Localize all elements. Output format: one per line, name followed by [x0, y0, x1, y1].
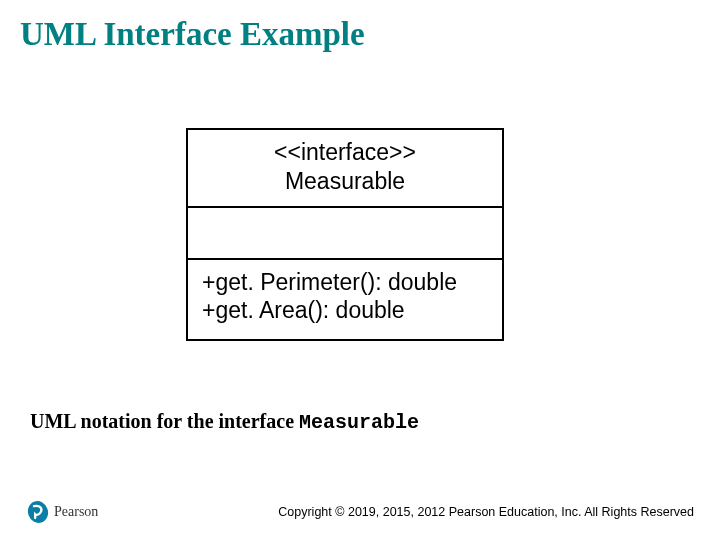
uml-method: +get. Perimeter(): double	[202, 268, 488, 297]
slide-footer: Pearson Copyright © 2019, 2015, 2012 Pea…	[0, 500, 720, 524]
uml-attributes-compartment	[188, 208, 502, 260]
uml-name-compartment: <<interface>> Measurable	[188, 130, 502, 208]
svg-point-0	[26, 500, 50, 524]
uml-interface-box: <<interface>> Measurable +get. Perimeter…	[186, 128, 504, 341]
uml-methods-compartment: +get. Perimeter(): double +get. Area(): …	[188, 260, 502, 340]
slide-title: UML Interface Example	[0, 0, 720, 53]
uml-stereotype: <<interface>>	[202, 138, 488, 167]
figure-caption: UML notation for the interface Measurabl…	[30, 410, 419, 434]
caption-code: Measurable	[299, 411, 419, 434]
uml-method: +get. Area(): double	[202, 296, 488, 325]
pearson-logo-icon	[26, 500, 50, 524]
caption-text: UML notation for the interface	[30, 410, 299, 432]
brand-name: Pearson	[54, 504, 98, 520]
uml-class-name: Measurable	[202, 167, 488, 196]
copyright-text: Copyright © 2019, 2015, 2012 Pearson Edu…	[278, 505, 694, 519]
